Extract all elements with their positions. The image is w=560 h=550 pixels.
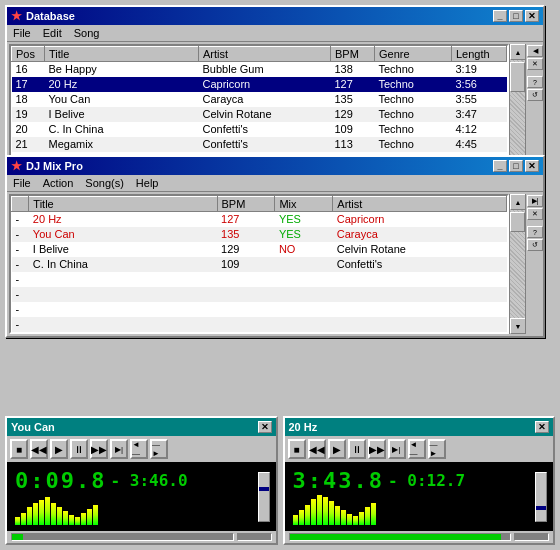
djmix-title-text: DJ Mix Pro — [26, 160, 83, 172]
player1-title: You Can — [11, 421, 55, 433]
p2-pause-btn[interactable]: ⏸ — [348, 439, 366, 459]
p2-stop-btn[interactable]: ■ — [288, 439, 306, 459]
player1-close-btn[interactable]: ✕ — [258, 421, 272, 433]
djmix-col-marker — [12, 197, 29, 212]
db-scroll-up[interactable]: ▲ — [510, 44, 526, 60]
djmix-menu-songs[interactable]: Song(s) — [83, 177, 126, 189]
eq-bar — [21, 513, 26, 525]
player1-window: You Can ✕ ■ ◀◀ ▶ ⏸ ▶▶ ▶| ◄— —► 0:09.8 - … — [5, 416, 278, 545]
players-row: You Can ✕ ■ ◀◀ ▶ ⏸ ▶▶ ▶| ◄— —► 0:09.8 - … — [5, 416, 555, 545]
p2-prev-btn[interactable]: ◀◀ — [308, 439, 326, 459]
djmix-scroll-down[interactable]: ▼ — [510, 318, 526, 334]
p2-end-btn[interactable]: ▶| — [388, 439, 406, 459]
db-right-btn2[interactable]: ✕ — [527, 58, 543, 70]
djmix-table-row[interactable]: -You Can135YESCarayca — [12, 227, 507, 242]
p2-next-btn[interactable]: ▶▶ — [368, 439, 386, 459]
djmix-col-mix[interactable]: Mix — [275, 197, 333, 212]
eq-bar — [87, 509, 92, 525]
player1-title-bar: You Can ✕ — [7, 418, 276, 436]
player2-eq — [293, 497, 527, 525]
player1-progress[interactable] — [11, 533, 234, 541]
player2-volume[interactable] — [514, 533, 549, 541]
player1-time-current: 0:09.8 — [15, 468, 106, 493]
djmix-table-row[interactable]: -I Belive129NOCelvin Rotane — [12, 242, 507, 257]
db-table-row[interactable]: 16Be HappyBubble Gum138Techno3:19 — [12, 62, 507, 77]
database-title-left: ★ Database — [11, 9, 75, 23]
eq-bar — [329, 501, 334, 525]
djmix-table: Title BPM Mix Artist -20 Hz127YESCaprico… — [11, 196, 507, 332]
player2-progress[interactable] — [289, 533, 512, 541]
p2-play-btn[interactable]: ▶ — [328, 439, 346, 459]
player2-title: 20 Hz — [289, 421, 318, 433]
p2-nudge-back-btn[interactable]: ◄— — [408, 439, 426, 459]
p1-nudge-back-btn[interactable]: ◄— — [130, 439, 148, 459]
djmix-menu-action[interactable]: Action — [41, 177, 76, 189]
db-table-row[interactable]: 19I BeliveCelvin Rotane129Techno3:47 — [12, 107, 507, 122]
db-table-row[interactable]: 21MegamixConfetti's113Techno4:45 — [12, 137, 507, 152]
db-col-title[interactable]: Title — [45, 47, 199, 62]
database-menu-bar: File Edit Song — [7, 25, 543, 42]
djmix-restore-btn[interactable]: □ — [509, 160, 523, 172]
db-right-btn4[interactable]: ↺ — [527, 89, 543, 101]
player2-title-bar: 20 Hz ✕ — [285, 418, 554, 436]
djmix-right-btn3[interactable]: ? — [527, 226, 543, 238]
p1-play-btn[interactable]: ▶ — [50, 439, 68, 459]
djmix-right-btn4[interactable]: ↺ — [527, 239, 543, 251]
player1-volume[interactable] — [237, 533, 272, 541]
eq-bar — [341, 510, 346, 525]
db-menu-edit[interactable]: Edit — [41, 27, 64, 39]
p1-stop-btn[interactable]: ■ — [10, 439, 28, 459]
djmix-window: ★ DJ Mix Pro _ □ ✕ File Action Song(s) H… — [5, 155, 545, 338]
eq-bar — [39, 500, 44, 525]
p1-end-btn[interactable]: ▶| — [110, 439, 128, 459]
database-star-icon: ★ — [11, 9, 22, 23]
database-title-text: Database — [26, 10, 75, 22]
db-col-artist[interactable]: Artist — [199, 47, 331, 62]
p1-prev-btn[interactable]: ◀◀ — [30, 439, 48, 459]
db-menu-file[interactable]: File — [11, 27, 33, 39]
player2-close-btn[interactable]: ✕ — [535, 421, 549, 433]
player1: You Can ✕ ■ ◀◀ ▶ ⏸ ▶▶ ▶| ◄— —► 0:09.8 - … — [5, 416, 278, 545]
djmix-scroll-up[interactable]: ▲ — [510, 194, 526, 210]
djmix-col-artist[interactable]: Artist — [333, 197, 507, 212]
djmix-menu-file[interactable]: File — [11, 177, 33, 189]
djmix-table-row[interactable]: -C. In China109Confetti's — [12, 257, 507, 272]
djmix-table-row[interactable]: - — [12, 302, 507, 317]
player2-window: 20 Hz ✕ ■ ◀◀ ▶ ⏸ ▶▶ ▶| ◄— —► 3:43.8 - 0:… — [283, 416, 556, 545]
db-right-btn1[interactable]: ◀ — [527, 45, 543, 57]
db-table-row[interactable]: 18You CanCarayca135Techno3:55 — [12, 92, 507, 107]
database-close-btn[interactable]: ✕ — [525, 10, 539, 22]
db-right-btn3[interactable]: ? — [527, 76, 543, 88]
djmix-table-row[interactable]: -20 Hz127YESCapricorn — [12, 212, 507, 227]
p2-nudge-fwd-btn[interactable]: —► — [428, 439, 446, 459]
db-col-bpm[interactable]: BPM — [331, 47, 375, 62]
djmix-col-bpm[interactable]: BPM — [217, 197, 275, 212]
eq-bar — [69, 515, 74, 525]
djmix-star-icon: ★ — [11, 159, 22, 173]
p1-nudge-fwd-btn[interactable]: —► — [150, 439, 168, 459]
database-maximize-btn[interactable]: □ — [509, 10, 523, 22]
djmix-title-left: ★ DJ Mix Pro — [11, 159, 83, 173]
djmix-menu-help[interactable]: Help — [134, 177, 161, 189]
database-minimize-btn[interactable]: _ — [493, 10, 507, 22]
db-menu-song[interactable]: Song — [72, 27, 102, 39]
djmix-right-btn2[interactable]: ✕ — [527, 208, 543, 220]
djmix-table-row[interactable]: - — [12, 317, 507, 332]
djmix-table-row[interactable]: - — [12, 272, 507, 287]
p1-next-btn[interactable]: ▶▶ — [90, 439, 108, 459]
eq-bar — [347, 514, 352, 525]
djmix-minimize-btn[interactable]: _ — [493, 160, 507, 172]
db-col-length[interactable]: Length — [452, 47, 507, 62]
eq-bar — [293, 515, 298, 525]
player2-display: 3:43.8 - 0:12.7 — [285, 462, 554, 531]
djmix-close-btn[interactable]: ✕ — [525, 160, 539, 172]
db-col-pos[interactable]: Pos — [12, 47, 45, 62]
djmix-col-title[interactable]: Title — [29, 197, 217, 212]
db-table-row[interactable]: 20C. In ChinaConfetti's109Techno4:12 — [12, 122, 507, 137]
db-table-row[interactable]: 1720 HzCapricorn127Techno3:56 — [12, 77, 507, 92]
db-col-genre[interactable]: Genre — [375, 47, 452, 62]
p1-pause-btn[interactable]: ⏸ — [70, 439, 88, 459]
djmix-right-btn1[interactable]: ▶| — [527, 195, 543, 207]
player2-time-current: 3:43.8 — [293, 468, 384, 493]
djmix-table-row[interactable]: - — [12, 287, 507, 302]
